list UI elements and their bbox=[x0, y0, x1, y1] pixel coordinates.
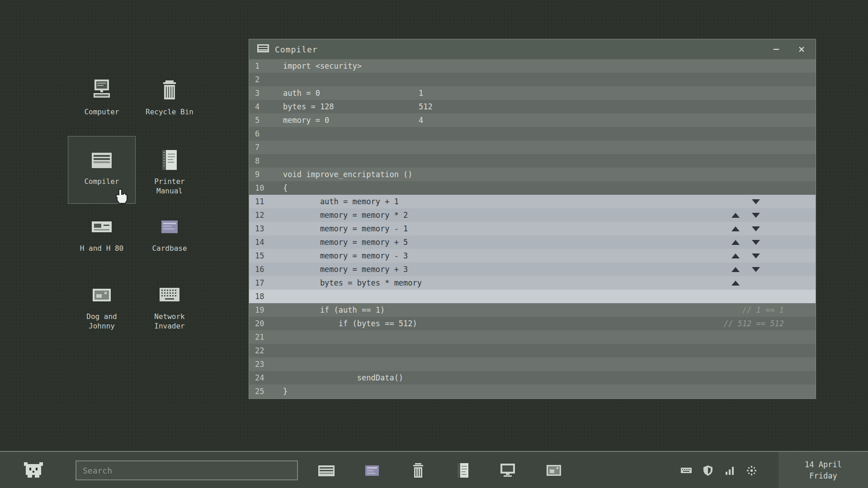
code-line[interactable]: 5memory = 04 bbox=[249, 113, 816, 127]
desktop-icon-recycle-bin[interactable]: Recycle Bin bbox=[136, 78, 203, 117]
code-line[interactable]: 7 bbox=[249, 141, 816, 154]
taskbar: 14 April Friday bbox=[0, 451, 868, 488]
line-number: 24 bbox=[249, 373, 272, 382]
move-down-icon[interactable] bbox=[752, 253, 760, 258]
desktop-icon-compiler[interactable]: Compiler bbox=[68, 136, 136, 204]
compiler-icon bbox=[68, 147, 135, 173]
line-number: 22 bbox=[249, 346, 272, 355]
line-number: 16 bbox=[249, 265, 272, 274]
code-line-movable[interactable]: 14 memory = memory + 5 bbox=[249, 235, 816, 249]
keyboard-icon[interactable] bbox=[680, 464, 693, 477]
cardbase-icon bbox=[136, 214, 203, 239]
compiler-window: Compiler − × 1import <security> 2 3auth … bbox=[249, 39, 816, 399]
line-number: 12 bbox=[249, 211, 272, 220]
desktop-icon-computer[interactable]: Computer bbox=[68, 78, 136, 117]
move-down-icon[interactable] bbox=[752, 226, 760, 231]
move-up-icon[interactable] bbox=[731, 281, 740, 286]
code-text: { bbox=[283, 183, 288, 192]
line-number: 7 bbox=[249, 143, 272, 152]
code-line[interactable]: 9void improve_encriptation () bbox=[249, 168, 816, 181]
move-down-icon[interactable] bbox=[752, 199, 760, 204]
move-up-icon[interactable] bbox=[731, 253, 740, 258]
move-up-icon[interactable] bbox=[731, 240, 740, 245]
code-line[interactable]: 24 sendData() bbox=[249, 371, 816, 385]
line-number: 21 bbox=[249, 333, 272, 342]
code-text: bytes = 128 bbox=[283, 102, 334, 111]
code-line[interactable]: 3auth = 01 bbox=[249, 86, 816, 100]
close-button[interactable]: × bbox=[796, 44, 807, 55]
burst-icon[interactable] bbox=[745, 464, 758, 477]
search-input[interactable] bbox=[75, 460, 298, 480]
code-text: memory = memory * 2 bbox=[283, 211, 408, 220]
move-down-icon[interactable] bbox=[752, 267, 760, 272]
window-titlebar[interactable]: Compiler − × bbox=[249, 39, 816, 59]
printer-manual-icon bbox=[136, 147, 203, 173]
code-line-movable[interactable]: 16 memory = memory + 3 bbox=[249, 263, 816, 276]
signal-chart-icon[interactable] bbox=[723, 464, 736, 477]
code-line[interactable]: 20 if (bytes == 512)// 512 == 512 bbox=[249, 317, 816, 330]
line-number: 6 bbox=[249, 129, 272, 138]
inline-comment: // 1 == 1 bbox=[742, 305, 784, 314]
start-button[interactable] bbox=[22, 460, 45, 481]
code-line[interactable]: 25} bbox=[249, 385, 816, 398]
network-invader-icon bbox=[136, 282, 203, 308]
code-line[interactable]: 8 bbox=[249, 154, 816, 168]
code-text: memory = memory - 3 bbox=[283, 251, 408, 260]
line-number: 3 bbox=[249, 89, 272, 98]
code-text: memory = memory + 5 bbox=[283, 238, 408, 247]
move-up-icon[interactable] bbox=[731, 213, 740, 218]
line-number: 19 bbox=[249, 305, 272, 314]
code-line[interactable]: 23 bbox=[249, 357, 816, 371]
recycle-bin-icon bbox=[136, 78, 203, 103]
move-down-icon[interactable] bbox=[752, 213, 760, 218]
line-number: 17 bbox=[249, 278, 272, 287]
window-title-icon bbox=[257, 44, 269, 54]
code-line[interactable]: 22 bbox=[249, 344, 816, 357]
desktop-icon-label: Cardbase bbox=[136, 244, 203, 253]
move-up-icon[interactable] bbox=[731, 226, 740, 231]
desktop-icon-dog-and-johnny[interactable]: Dog and Johnny bbox=[68, 282, 136, 331]
taskbar-notebook-icon[interactable] bbox=[452, 460, 474, 481]
code-line-movable[interactable]: 11 auth = memory + 1 bbox=[249, 195, 816, 208]
desktop-icon-cardbase[interactable]: Cardbase bbox=[136, 214, 203, 253]
code-line[interactable]: 21 bbox=[249, 330, 816, 344]
line-number: 2 bbox=[249, 75, 272, 84]
desktop: Computer Recycle Bin Compiler bbox=[0, 0, 868, 451]
code-line[interactable]: 18 bbox=[249, 290, 816, 303]
computer-icon bbox=[68, 78, 136, 103]
code-line[interactable]: 6 bbox=[249, 127, 816, 141]
window-title: Compiler bbox=[275, 45, 318, 54]
minimize-button[interactable]: − bbox=[770, 44, 782, 55]
taskbar-cardbase-icon[interactable] bbox=[361, 460, 383, 481]
day-line: Friday bbox=[809, 471, 837, 480]
runtime-value: 4 bbox=[419, 116, 423, 125]
code-line-movable[interactable]: 13 memory = memory - 1 bbox=[249, 222, 816, 235]
desktop-icon-printer-manual[interactable]: Printer Manual bbox=[136, 147, 203, 196]
move-up-icon[interactable] bbox=[731, 267, 740, 272]
date-line: 14 April bbox=[805, 460, 842, 469]
code-line-movable[interactable]: 12 memory = memory * 2 bbox=[249, 208, 816, 222]
code-line[interactable]: 1import <security> bbox=[249, 59, 816, 73]
inline-comment: // 512 == 512 bbox=[724, 319, 784, 328]
taskbar-monitor-icon[interactable] bbox=[497, 460, 519, 481]
taskbar-compiler-icon[interactable] bbox=[316, 460, 337, 481]
code-line[interactable]: 10{ bbox=[249, 181, 816, 195]
taskbar-picture-icon[interactable] bbox=[543, 460, 565, 481]
code-line[interactable]: 4bytes = 128512 bbox=[249, 100, 816, 113]
move-down-icon[interactable] bbox=[752, 240, 760, 245]
code-line-movable[interactable]: 15 memory = memory - 3 bbox=[249, 249, 816, 263]
code-text: auth = 0 bbox=[283, 89, 320, 98]
line-number: 14 bbox=[249, 238, 272, 247]
code-line[interactable]: 19 if (auth == 1)// 1 == 1 bbox=[249, 303, 816, 317]
code-editor: 1import <security> 2 3auth = 01 4bytes =… bbox=[249, 59, 816, 398]
h-and-h-80-icon bbox=[68, 214, 136, 239]
shield-icon[interactable] bbox=[702, 464, 714, 477]
code-line[interactable]: 2 bbox=[249, 73, 816, 86]
desktop-icon-h-and-h-80[interactable]: H and H 80 bbox=[68, 214, 136, 253]
desktop-icon-network-invader[interactable]: Network Invader bbox=[136, 282, 203, 331]
desktop-icon-label: Computer bbox=[68, 107, 136, 117]
line-number: 1 bbox=[249, 61, 272, 70]
taskbar-trash-icon[interactable] bbox=[407, 460, 429, 481]
line-number: 25 bbox=[249, 387, 272, 396]
code-line-movable[interactable]: 17 bytes = bytes * memory bbox=[249, 276, 816, 290]
